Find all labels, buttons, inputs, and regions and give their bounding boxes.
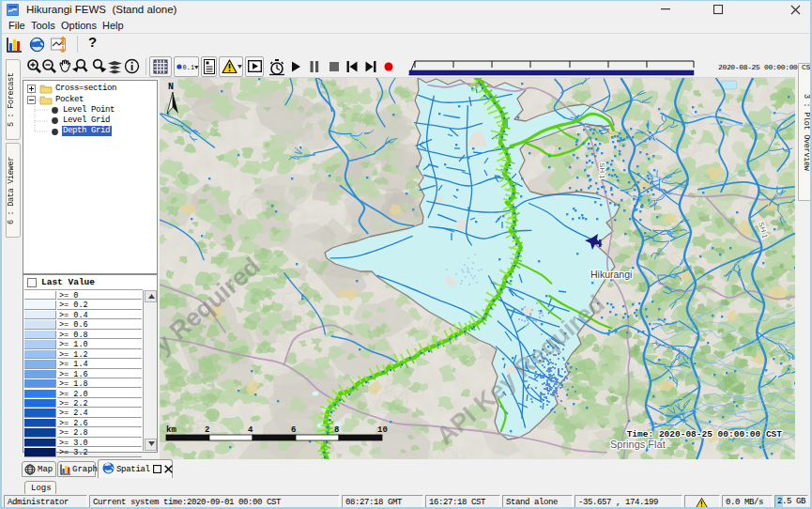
svg-text:6: 6 [291,425,296,435]
svg-text:km: km [166,425,176,435]
svg-text:Hikurangi: Hikurangi [590,269,632,280]
svg-text:2: 2 [205,425,209,435]
svg-text:10: 10 [377,425,388,435]
svg-text:SH 1: SH 1 [598,162,606,179]
svg-text:Time: 2020-08-25 00:00:00 CST: Time: 2020-08-25 00:00:00 CST [627,429,783,440]
svg-text:8: 8 [334,425,339,435]
svg-text:N: N [168,82,174,92]
svg-text:Springs Flat: Springs Flat [610,439,666,450]
svg-text:4: 4 [248,425,253,435]
